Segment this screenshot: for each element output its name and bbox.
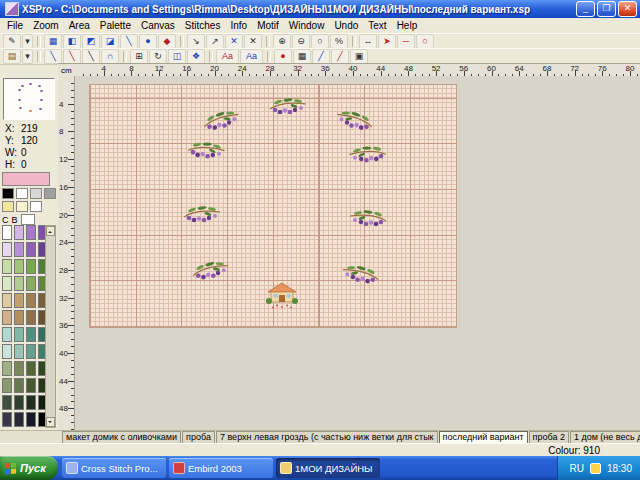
palette-dropdown[interactable]: ▾	[22, 49, 33, 64]
zoom-out-tool[interactable]: ⊖	[292, 34, 310, 49]
design-canvas[interactable]	[89, 84, 457, 328]
palette-scrollbar[interactable]	[45, 225, 56, 428]
palette-swatch-17[interactable]	[14, 293, 24, 308]
diag-line-down-icon[interactable]: ↘	[187, 34, 205, 49]
palette-swatch-40[interactable]	[2, 395, 12, 410]
menu-stitches[interactable]: Stitches	[180, 19, 226, 33]
palette-basic-swatch-2[interactable]	[30, 188, 42, 199]
backstitch-tool[interactable]: ╲	[120, 34, 138, 49]
minimize-button[interactable]: _	[576, 1, 595, 17]
quarter-stitch-tool[interactable]: ◩	[82, 34, 100, 49]
palette-basic-swatch-0[interactable]	[2, 188, 14, 199]
flip-tool[interactable]: ◫	[168, 49, 186, 64]
palette-swatch-16[interactable]	[2, 293, 12, 308]
full-stitch-tool[interactable]: ▦	[44, 34, 62, 49]
palette-swatch-9[interactable]	[14, 259, 24, 274]
menu-canvas[interactable]: Canvas	[136, 19, 180, 33]
chart-icon[interactable]: ▦	[293, 49, 311, 64]
pan-tool[interactable]: ↔	[359, 34, 377, 49]
start-button[interactable]: Пуск	[0, 456, 58, 480]
palette-icon[interactable]: ▤	[3, 49, 21, 64]
menu-motif[interactable]: Motif	[252, 19, 284, 33]
palette-swatch-44[interactable]	[2, 412, 12, 427]
palette-swatch-1[interactable]	[14, 225, 24, 240]
palette-swatch-2[interactable]	[26, 225, 36, 240]
menu-palette[interactable]: Palette	[95, 19, 136, 33]
menu-area[interactable]: Area	[64, 19, 95, 33]
palette-swatch-28[interactable]	[2, 344, 12, 359]
zoom-percent-tool[interactable]: %	[330, 34, 348, 49]
backstitch-blue-icon[interactable]: ╲	[44, 49, 62, 64]
diag-line-up-icon[interactable]: ↗	[206, 34, 224, 49]
palette-swatch-18[interactable]	[26, 293, 36, 308]
palette-swatch-22[interactable]	[26, 310, 36, 325]
close-button[interactable]: ✕	[618, 1, 637, 17]
blue-cross-icon[interactable]: ✕	[225, 34, 243, 49]
info-icon[interactable]: ▣	[350, 49, 368, 64]
palette-swatch-34[interactable]	[26, 361, 36, 376]
forward-icon[interactable]: ➤	[378, 34, 396, 49]
palette-swatch-14[interactable]	[26, 276, 36, 291]
palette-swatch-45[interactable]	[14, 412, 24, 427]
palette-light-swatch-0[interactable]	[2, 201, 14, 212]
backstitch-black-icon[interactable]: ╲	[82, 49, 100, 64]
palette-basic-swatch-1[interactable]	[16, 188, 28, 199]
palette-basic-swatch-3[interactable]	[44, 188, 56, 199]
palette-swatch-32[interactable]	[2, 361, 12, 376]
menu-text[interactable]: Text	[363, 19, 391, 33]
palette-swatch-6[interactable]	[26, 242, 36, 257]
palette-swatch-38[interactable]	[26, 378, 36, 393]
curve-tool[interactable]: ∩	[101, 49, 119, 64]
text-blue-tool[interactable]: Aa	[240, 49, 263, 64]
menu-file[interactable]: File	[2, 19, 28, 33]
palette-swatch-41[interactable]	[14, 395, 24, 410]
palette-swatch-36[interactable]	[2, 378, 12, 393]
backstitch-red-icon[interactable]: ╲	[63, 49, 81, 64]
tray-app-icon[interactable]	[590, 463, 601, 474]
palette-light-swatch-1[interactable]	[16, 201, 28, 212]
language-indicator[interactable]: RU	[570, 463, 584, 474]
palette-swatch-21[interactable]	[14, 310, 24, 325]
menu-undo[interactable]: Undo	[329, 19, 363, 33]
palette-swatch-42[interactable]	[26, 395, 36, 410]
palette-swatch-24[interactable]	[2, 327, 12, 342]
palette-swatch-33[interactable]	[14, 361, 24, 376]
ellipse-tool[interactable]: ○	[416, 34, 434, 49]
palette-swatch-10[interactable]	[26, 259, 36, 274]
palette-swatch-37[interactable]	[14, 378, 24, 393]
knot-red-icon[interactable]: ●	[274, 49, 292, 64]
taskbar-app-2[interactable]: 1МОИ ДИЗАЙНЫ	[276, 458, 380, 478]
half-stitch-tool[interactable]: ◧	[63, 34, 81, 49]
palette-swatch-5[interactable]	[14, 242, 24, 257]
palette-swatch-0[interactable]	[2, 225, 12, 240]
zoom-in-tool[interactable]: ⊕	[273, 34, 291, 49]
palette-swatch-29[interactable]	[14, 344, 24, 359]
blank-color-swatch[interactable]	[21, 214, 35, 225]
menu-info[interactable]: Info	[225, 19, 252, 33]
palette-swatch-8[interactable]	[2, 259, 12, 274]
menu-help[interactable]: Help	[392, 19, 423, 33]
french-knot-tool[interactable]: ●	[139, 34, 157, 49]
bead-tool[interactable]: ◆	[158, 34, 176, 49]
palette-swatch-12[interactable]	[2, 276, 12, 291]
selected-color-swatch[interactable]	[2, 172, 50, 186]
three-quarter-stitch-tool[interactable]: ◪	[101, 34, 119, 49]
palette-swatch-13[interactable]	[14, 276, 24, 291]
scroll-up-icon[interactable]	[46, 226, 55, 236]
taskbar-app-0[interactable]: Cross Stitch Pro...	[62, 458, 166, 478]
red-line-icon[interactable]: ─	[397, 34, 415, 49]
palette-swatch-26[interactable]	[26, 327, 36, 342]
black-cross-icon[interactable]: ✕	[244, 34, 262, 49]
palette-swatch-25[interactable]	[14, 327, 24, 342]
pencil-tool[interactable]: ✎	[3, 34, 21, 49]
palette-swatch-46[interactable]	[26, 412, 36, 427]
motif-icon[interactable]: ❖	[187, 49, 205, 64]
menu-zoom[interactable]: Zoom	[28, 19, 64, 33]
diag-red-icon[interactable]: ╱	[331, 49, 349, 64]
scroll-down-icon[interactable]	[46, 417, 55, 427]
palette-swatch-20[interactable]	[2, 310, 12, 325]
pencil-dropdown[interactable]: ▾	[22, 34, 33, 49]
maximize-button[interactable]: ❐	[597, 1, 616, 17]
palette-swatch-4[interactable]	[2, 242, 12, 257]
diag-blue-icon[interactable]: ╱	[312, 49, 330, 64]
